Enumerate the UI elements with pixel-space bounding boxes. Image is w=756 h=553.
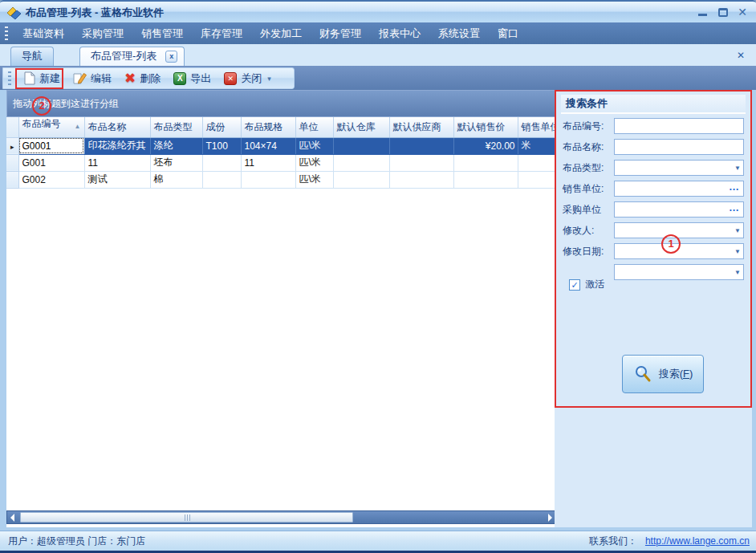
cell-spec[interactable]: 104×74	[241, 137, 295, 154]
row-indicator	[6, 171, 18, 188]
menu-item-settings[interactable]: 系统设置	[429, 22, 489, 44]
menu-item-reports[interactable]: 报表中心	[370, 22, 429, 44]
col-header-composition[interactable]: 成份	[202, 117, 241, 137]
product-code-input[interactable]	[614, 118, 744, 134]
cell-type[interactable]: 涤纶	[150, 137, 202, 154]
cell-code[interactable]: G002	[18, 171, 84, 188]
product-type-select[interactable]: ▼	[614, 160, 744, 176]
col-header-code[interactable]: ▲布品编号	[18, 117, 84, 137]
cell-name[interactable]: 测试	[84, 171, 150, 188]
cell-sale-unit[interactable]: 米	[518, 137, 556, 154]
chevron-down-icon[interactable]: ▼	[734, 165, 741, 173]
cell-sale-price[interactable]	[453, 171, 518, 188]
cell-composition[interactable]	[202, 171, 241, 188]
cell-unit[interactable]: 匹\米	[295, 154, 333, 171]
scroll-right-button[interactable]	[543, 511, 555, 523]
cell-warehouse[interactable]	[333, 137, 389, 154]
cell-supplier[interactable]	[389, 171, 453, 188]
table-row[interactable]: G002 测试 棉 匹\米	[6, 171, 556, 188]
cell-sale-unit[interactable]	[518, 154, 556, 171]
col-header-warehouse[interactable]: 默认仓库	[333, 117, 389, 137]
tab-navigation[interactable]: 导航	[10, 47, 54, 66]
cell-code[interactable]: G001	[18, 154, 84, 171]
modifier-select[interactable]: ▼	[614, 222, 744, 238]
export-button[interactable]: X 导出	[167, 68, 217, 88]
product-name-input[interactable]	[614, 139, 744, 155]
cell-spec[interactable]	[241, 171, 295, 188]
menu-item-sales[interactable]: 销售管理	[132, 22, 192, 44]
tabstrip-close-icon[interactable]: ✕	[737, 47, 745, 63]
col-header-sale-unit[interactable]: 销售单位	[518, 117, 556, 137]
website-link[interactable]: http://www.lange.com.cn	[645, 531, 750, 551]
ellipsis-lookup-icon[interactable]: …	[729, 201, 740, 213]
col-header-sale-price[interactable]: 默认销售价	[453, 117, 518, 137]
active-checkbox[interactable]: ✓	[569, 279, 580, 291]
close-tab-button[interactable]: ✕ 关闭 ▾	[217, 68, 278, 88]
cell-name[interactable]: 11	[84, 154, 150, 171]
maximize-icon	[718, 8, 728, 17]
col-header-supplier[interactable]: 默认供应商	[389, 117, 453, 137]
new-button[interactable]: 新建	[17, 68, 67, 88]
row-indicator	[6, 154, 18, 171]
cell-supplier[interactable]	[389, 154, 453, 171]
cell-code[interactable]: G0001	[18, 137, 84, 154]
col-header-spec[interactable]: 布品规格	[241, 117, 295, 137]
menu-item-purchase[interactable]: 采购管理	[73, 22, 132, 44]
cell-unit[interactable]: 匹\米	[295, 137, 333, 154]
menu-item-inventory[interactable]: 库存管理	[192, 22, 251, 44]
table-row[interactable]: G001 11 坯布 11 匹\米	[6, 154, 556, 171]
scroll-left-button[interactable]	[7, 511, 19, 523]
cell-unit[interactable]: 匹\米	[295, 171, 333, 188]
cell-type[interactable]: 棉	[150, 171, 202, 188]
cell-composition[interactable]	[202, 154, 241, 171]
delete-button[interactable]: ✖ 删除	[118, 68, 167, 88]
edit-button[interactable]: 编辑	[67, 68, 118, 88]
cell-sale-unit[interactable]	[518, 171, 556, 188]
tab-product-list[interactable]: 布品管理-列表 x	[79, 47, 185, 66]
menu-item-base-data[interactable]: 基础资料	[14, 22, 73, 44]
menu-item-outsourcing[interactable]: 外发加工	[251, 22, 311, 44]
minimize-button[interactable]	[693, 2, 711, 22]
chevron-down-icon[interactable]: ▼	[734, 269, 741, 277]
maximize-button[interactable]	[714, 2, 732, 22]
tab-close-icon[interactable]: x	[165, 51, 177, 63]
horizontal-scrollbar[interactable]	[6, 510, 556, 524]
minimize-icon	[698, 14, 707, 16]
search-panel: 搜索条件 布品编号: 布品名称: 布品类型: ▼ 销售单位: … 采购单位 … …	[555, 90, 752, 527]
search-button[interactable]: 搜索(F)	[622, 355, 704, 393]
field-label: 修改人:	[563, 224, 614, 238]
group-by-drop-zone[interactable]: 拖动列标题到这进行分组	[6, 90, 556, 117]
toolbar-grip-handle[interactable]	[8, 71, 11, 86]
field-sale-unit: 销售单位: …	[563, 180, 744, 197]
table-row-selected[interactable]: ▸ G0001 印花涤纶乔其 涤纶 T100 104×74 匹\米 ¥20.00…	[6, 137, 556, 154]
field-label: 布品编号:	[563, 120, 614, 133]
cell-type[interactable]: 坯布	[150, 154, 202, 171]
cell-composition[interactable]: T100	[202, 137, 241, 154]
col-header-unit[interactable]: 单位	[295, 117, 333, 137]
menubar-grip-handle[interactable]	[5, 26, 8, 41]
cell-spec[interactable]: 11	[241, 154, 295, 171]
chevron-down-icon[interactable]: ▼	[734, 227, 741, 235]
menu-item-finance[interactable]: 财务管理	[311, 22, 370, 44]
scrollbar-thumb[interactable]	[20, 512, 353, 523]
col-header-name[interactable]: 布品名称	[84, 117, 150, 137]
new-document-icon	[23, 71, 35, 85]
chevron-down-icon[interactable]: ▼	[734, 248, 741, 256]
cell-sale-price[interactable]: ¥20.00	[453, 137, 518, 154]
cell-warehouse[interactable]	[333, 154, 389, 171]
field-label: 采购单位	[563, 203, 614, 217]
modify-date-to-select[interactable]: ▼	[614, 264, 744, 280]
cell-name[interactable]: 印花涤纶乔其	[84, 137, 150, 154]
col-header-type[interactable]: 布品类型	[150, 117, 202, 137]
cell-warehouse[interactable]	[333, 171, 389, 188]
cell-supplier[interactable]	[389, 137, 453, 154]
sale-unit-lookup[interactable]: …	[614, 181, 744, 197]
purchase-unit-lookup[interactable]: …	[614, 201, 744, 218]
menu-item-window[interactable]: 窗口	[489, 22, 527, 44]
ellipsis-lookup-icon[interactable]: …	[729, 181, 740, 193]
close-button[interactable]: ✕	[734, 2, 751, 22]
close-dropdown-caret-icon[interactable]: ▾	[267, 75, 271, 83]
field-modifier: 修改人: ▼	[563, 222, 744, 239]
cell-sale-price[interactable]	[453, 154, 518, 171]
modify-date-from-select[interactable]: ▼	[614, 243, 744, 259]
